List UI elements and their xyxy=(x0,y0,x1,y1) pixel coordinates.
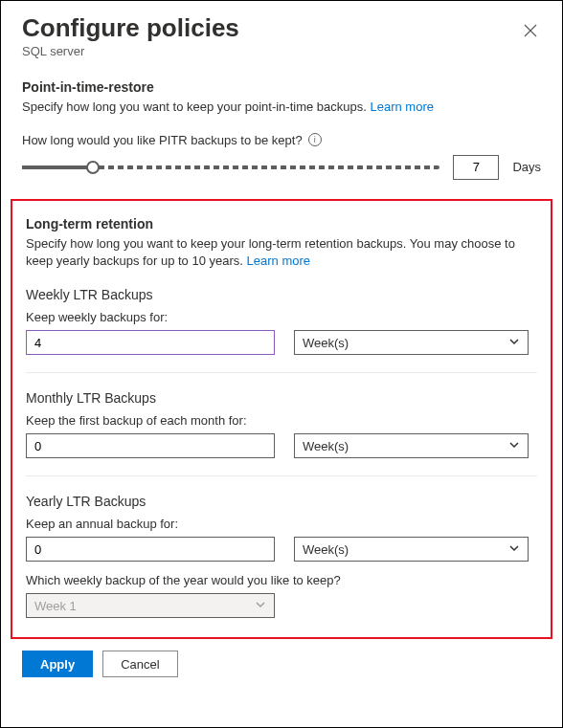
slider-track-fill xyxy=(22,165,93,169)
divider xyxy=(26,475,537,476)
close-icon xyxy=(524,26,537,40)
cancel-button[interactable]: Cancel xyxy=(102,651,177,677)
yearly-week-question: Which weekly backup of the year would yo… xyxy=(26,573,537,587)
chevron-down-icon xyxy=(508,542,520,557)
monthly-ltr-heading: Monthly LTR Backups xyxy=(26,390,537,406)
pitr-slider[interactable] xyxy=(22,159,439,176)
ltr-description: Specify how long you want to keep your l… xyxy=(26,235,537,270)
pitr-unit-label: Days xyxy=(512,160,541,174)
monthly-ltr-unit-select[interactable]: Week(s) xyxy=(294,433,529,458)
panel-title: Configure policies xyxy=(22,14,239,42)
yearly-ltr-unit-select[interactable]: Week(s) xyxy=(294,537,529,562)
close-button[interactable] xyxy=(520,20,541,44)
yearly-week-value: Week 1 xyxy=(34,599,77,613)
chevron-down-icon xyxy=(255,599,266,613)
weekly-ltr-heading: Weekly LTR Backups xyxy=(26,287,537,302)
yearly-ltr-heading: Yearly LTR Backups xyxy=(26,494,537,509)
ltr-section-title: Long-term retention xyxy=(26,216,537,232)
monthly-ltr-unit-value: Week(s) xyxy=(303,439,349,453)
chevron-down-icon xyxy=(508,439,520,453)
chevron-down-icon xyxy=(508,336,520,350)
pitr-learn-more-link[interactable]: Learn more xyxy=(371,99,434,114)
pitr-value-input[interactable] xyxy=(453,155,499,180)
weekly-ltr-label: Keep weekly backups for: xyxy=(26,310,537,324)
weekly-ltr-unit-select[interactable]: Week(s) xyxy=(294,330,529,355)
monthly-ltr-label: Keep the first backup of each month for: xyxy=(26,413,537,428)
panel-subtitle: SQL server xyxy=(22,44,239,58)
info-icon[interactable]: i xyxy=(308,133,322,146)
pitr-question: How long would you like PITR backups to … xyxy=(22,133,303,147)
yearly-ltr-value-input[interactable] xyxy=(26,537,275,562)
footer-actions: Apply Cancel xyxy=(1,639,562,689)
yearly-week-select: Week 1 xyxy=(26,593,275,618)
apply-button[interactable]: Apply xyxy=(22,651,93,677)
yearly-ltr-unit-value: Week(s) xyxy=(303,542,349,557)
panel-header: Configure policies SQL server xyxy=(1,1,562,62)
weekly-ltr-value-input[interactable] xyxy=(26,330,275,355)
ltr-learn-more-link[interactable]: Learn more xyxy=(247,254,310,268)
ltr-highlight-box: Long-term retention Specify how long you… xyxy=(11,199,552,639)
yearly-ltr-label: Keep an annual backup for: xyxy=(26,517,537,531)
pitr-description: Specify how long you want to keep your p… xyxy=(22,99,541,116)
pitr-section-title: Point-in-time-restore xyxy=(22,79,541,95)
slider-thumb[interactable] xyxy=(86,161,100,174)
weekly-ltr-unit-value: Week(s) xyxy=(303,336,349,350)
divider xyxy=(26,372,537,373)
monthly-ltr-value-input[interactable] xyxy=(26,433,275,458)
